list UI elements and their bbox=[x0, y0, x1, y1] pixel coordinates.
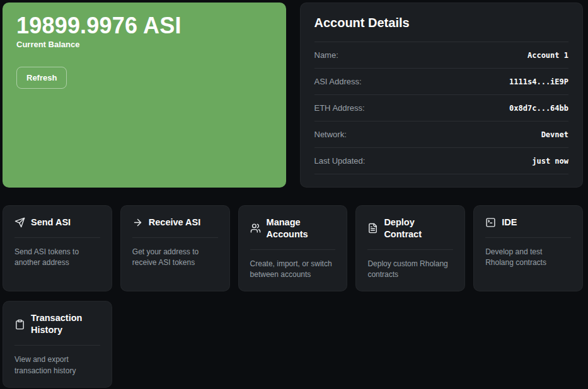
account-row-label: ASI Address: bbox=[314, 77, 362, 86]
eth-address-value: 0x8d7c...64bb bbox=[509, 104, 568, 113]
account-row-label: ETH Address: bbox=[314, 103, 365, 113]
action-card-header: Manage Accounts bbox=[250, 217, 336, 240]
action-card-description: Deploy custom Rholang contracts bbox=[367, 259, 453, 281]
network-value: Devnet bbox=[541, 130, 568, 139]
action-card-title: Transaction History bbox=[31, 312, 100, 336]
divider bbox=[250, 249, 336, 250]
account-row-asi-address: ASI Address: 1111s4...iE9P bbox=[314, 69, 569, 95]
account-name-value: Account 1 bbox=[527, 51, 568, 60]
action-card-title: IDE bbox=[502, 217, 517, 228]
action-card-ide[interactable]: IDE Develop and test Rholang contracts bbox=[473, 205, 583, 291]
action-card-manage-accounts[interactable]: Manage Accounts Create, import, or switc… bbox=[238, 205, 348, 291]
account-details-title: Account Details bbox=[314, 16, 569, 42]
action-card-title: Receive ASI bbox=[149, 217, 200, 228]
terminal-square-icon bbox=[485, 217, 496, 228]
divider bbox=[367, 249, 453, 250]
divider bbox=[14, 345, 100, 346]
action-card-header: Receive ASI bbox=[132, 217, 218, 228]
divider bbox=[132, 237, 218, 238]
action-card-description: Develop and test Rholang contracts bbox=[485, 247, 571, 269]
users-icon bbox=[250, 223, 261, 234]
balance-card: 19899.9976 ASI Current Balance Refresh bbox=[3, 3, 286, 188]
action-card-header: IDE bbox=[485, 217, 571, 228]
action-card-send-asi[interactable]: Send ASI Send ASI tokens to another addr… bbox=[3, 205, 112, 291]
refresh-button[interactable]: Refresh bbox=[16, 67, 67, 89]
action-card-description: Get your address to receive ASI tokens bbox=[132, 247, 218, 269]
action-card-header: Send ASI bbox=[14, 217, 100, 228]
asi-address-value: 1111s4...iE9P bbox=[509, 77, 568, 86]
action-card-deploy-contract[interactable]: Deploy Contract Deploy custom Rholang co… bbox=[355, 205, 465, 291]
account-row-label: Network: bbox=[314, 130, 347, 139]
action-cards-grid: Send ASI Send ASI tokens to another addr… bbox=[3, 205, 583, 388]
wallet-dashboard: 19899.9976 ASI Current Balance Refresh A… bbox=[0, 0, 588, 388]
account-row-name: Name: Account 1 bbox=[314, 42, 569, 69]
account-row-eth-address: ETH Address: 0x8d7c...64bb bbox=[314, 95, 569, 121]
account-details-card: Account Details Name: Account 1 ASI Addr… bbox=[300, 3, 584, 188]
action-card-title: Send ASI bbox=[31, 217, 71, 228]
clipboard-icon bbox=[14, 319, 25, 330]
account-row-label: Last Updated: bbox=[314, 156, 366, 166]
balance-amount: 19899.9976 ASI bbox=[16, 13, 272, 38]
file-text-icon bbox=[367, 223, 378, 234]
action-card-description: View and export transaction history bbox=[14, 354, 100, 376]
balance-label: Current Balance bbox=[16, 40, 272, 49]
action-card-header: Transaction History bbox=[14, 312, 100, 336]
action-card-description: Send ASI tokens to another address bbox=[14, 247, 100, 269]
account-row-label: Name: bbox=[314, 50, 338, 60]
action-card-description: Create, import, or switch between accoun… bbox=[250, 259, 336, 281]
action-card-receive-asi[interactable]: Receive ASI Get your address to receive … bbox=[120, 205, 230, 291]
action-card-title: Deploy Contract bbox=[384, 217, 453, 240]
last-updated-value: just now bbox=[532, 157, 568, 166]
top-section: 19899.9976 ASI Current Balance Refresh A… bbox=[3, 3, 583, 188]
action-card-transaction-history[interactable]: Transaction History View and export tran… bbox=[3, 301, 112, 387]
divider bbox=[485, 237, 571, 238]
action-card-header: Deploy Contract bbox=[367, 217, 453, 240]
account-row-last-updated: Last Updated: just now bbox=[314, 148, 569, 174]
account-row-network: Network: Devnet bbox=[314, 121, 569, 148]
action-card-title: Manage Accounts bbox=[267, 217, 336, 240]
arrow-right-icon bbox=[132, 217, 143, 228]
send-icon bbox=[14, 217, 25, 228]
divider bbox=[14, 237, 100, 238]
